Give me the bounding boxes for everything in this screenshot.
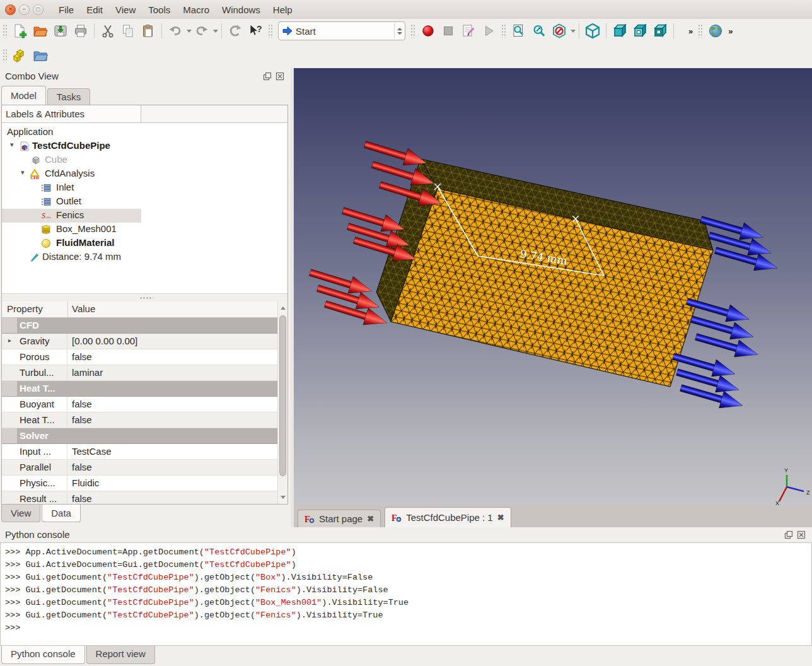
property-row-result[interactable]: Result ... false xyxy=(2,491,277,504)
menu-edit[interactable]: Edit xyxy=(80,4,109,15)
tree-item-application[interactable]: Application xyxy=(2,126,287,139)
property-row-buoyant[interactable]: Buoyant false xyxy=(2,397,277,412)
tab-start-page[interactable]: F Start page ✖ xyxy=(298,510,381,527)
tab-close-icon[interactable]: ✖ xyxy=(367,514,374,523)
property-value[interactable]: false xyxy=(72,351,92,362)
tab-python-console[interactable]: Python console xyxy=(1,646,85,664)
menu-help[interactable]: Help xyxy=(267,4,299,15)
property-row-porous[interactable]: Porous false xyxy=(2,349,277,365)
window-close-button[interactable]: × xyxy=(5,4,16,15)
menu-macro[interactable]: Macro xyxy=(177,4,216,15)
tree-item-cfdanalysis[interactable]: ▾ CFD CfdAnalysis xyxy=(2,167,287,181)
zoom-button[interactable] xyxy=(529,21,549,40)
macro-edit-button[interactable] xyxy=(458,21,478,40)
window-maximize-button[interactable]: □ xyxy=(33,4,44,15)
tab-testcfdcubepipe[interactable]: F TestCfdCubePipe : 1 ✖ xyxy=(385,507,511,527)
save-button[interactable] xyxy=(50,21,71,40)
property-value[interactable]: laminar xyxy=(72,367,103,378)
toolbar-drag-handle[interactable] xyxy=(698,24,703,38)
tab-data[interactable]: Data xyxy=(42,505,81,522)
tree-item-fenics[interactable]: S olver Fenics xyxy=(2,209,287,223)
property-value[interactable]: TestCase xyxy=(72,446,112,457)
panel-float-icon[interactable] xyxy=(263,72,272,81)
workbench-selector[interactable]: Start xyxy=(278,21,405,40)
tree-item-distance[interactable]: Distance: 9.74 mm xyxy=(2,250,287,264)
create-part-button[interactable] xyxy=(10,46,30,65)
web-browser-button[interactable] xyxy=(705,21,726,40)
right-view-button[interactable] xyxy=(650,21,670,40)
property-row-input[interactable]: Input ... TestCase xyxy=(2,444,277,460)
tab-view[interactable]: View xyxy=(1,505,40,522)
property-value[interactable]: Fluidic xyxy=(72,477,99,488)
tab-close-icon[interactable]: ✖ xyxy=(497,513,504,522)
toolbar-drag-handle[interactable] xyxy=(410,24,415,38)
toolbar-drag-handle[interactable] xyxy=(3,49,8,62)
macro-stop-button[interactable] xyxy=(438,21,458,40)
property-row-turbulence[interactable]: Turbul... laminar xyxy=(2,365,277,381)
tree-item-outlet[interactable]: Outlet xyxy=(2,195,287,209)
clipping-plane-button[interactable] xyxy=(549,21,569,40)
scrollbar-thumb[interactable] xyxy=(279,315,286,476)
toolbar-drag-handle[interactable] xyxy=(268,24,273,38)
property-value[interactable]: false xyxy=(72,493,92,504)
redo-dropdown-caret[interactable] xyxy=(213,30,218,33)
clipping-dropdown-caret[interactable] xyxy=(571,30,576,33)
copy-button[interactable] xyxy=(118,21,138,40)
tree-item-testcfdcubepipe[interactable]: ▾ TestCfdCubePipe xyxy=(2,139,287,153)
window-minimize-button[interactable]: − xyxy=(19,4,30,15)
fit-all-button[interactable] xyxy=(509,21,529,40)
scroll-up-icon[interactable] xyxy=(281,307,286,310)
cut-button[interactable] xyxy=(98,21,118,40)
toolbar-overflow-button[interactable]: » xyxy=(726,26,735,36)
property-value[interactable]: false xyxy=(72,414,92,425)
refresh-button[interactable] xyxy=(225,21,245,40)
property-row-physical[interactable]: Physic... Fluidic xyxy=(2,476,277,491)
3d-viewport[interactable]: 9.74 mm Y Z X xyxy=(294,68,812,505)
expander-icon[interactable]: ▾ xyxy=(10,141,14,149)
whats-this-button[interactable]: ? xyxy=(245,21,265,40)
menu-windows[interactable]: Windows xyxy=(216,4,267,15)
expander-icon[interactable]: ▾ xyxy=(21,168,25,177)
property-table-scrollbar[interactable] xyxy=(277,301,287,504)
tab-tasks[interactable]: Tasks xyxy=(47,88,90,105)
tab-report-view[interactable]: Report view xyxy=(86,646,155,664)
tree-item-cube[interactable]: Cube xyxy=(2,153,287,167)
tab-model[interactable]: Model xyxy=(1,86,46,105)
tree-item-fluidmaterial[interactable]: FluidMaterial xyxy=(2,237,287,250)
open-document-button[interactable] xyxy=(30,21,50,40)
column-header-value[interactable]: Value xyxy=(72,303,95,314)
menu-file[interactable]: File xyxy=(52,4,80,15)
panel-close-icon[interactable] xyxy=(797,530,806,539)
property-value[interactable]: [0.00 0.00 0.00] xyxy=(72,336,137,346)
property-value[interactable]: false xyxy=(72,462,92,472)
python-console-input[interactable]: >>> App.ActiveDocument=App.getDocument("… xyxy=(0,542,812,646)
tree-item-inlet[interactable]: Inlet xyxy=(2,181,287,195)
property-group-cfd[interactable]: CFD xyxy=(2,318,277,334)
undo-button[interactable] xyxy=(165,21,185,40)
menu-tools[interactable]: Tools xyxy=(142,4,177,15)
paste-button[interactable] xyxy=(138,21,158,40)
property-row-gravity[interactable]: ▸ Gravity [0.00 0.00 0.00] xyxy=(2,334,277,349)
panel-float-icon[interactable] xyxy=(784,530,793,539)
macro-play-button[interactable] xyxy=(478,21,499,40)
create-group-button[interactable] xyxy=(30,46,50,65)
toolbar-drag-handle[interactable] xyxy=(501,24,506,38)
scroll-down-icon[interactable] xyxy=(281,496,286,499)
new-document-button[interactable] xyxy=(10,21,30,40)
workbench-selector-spinner[interactable] xyxy=(394,23,405,38)
property-group-heat-transfer[interactable]: Heat T... xyxy=(2,381,277,397)
property-value[interactable]: false xyxy=(72,399,92,409)
print-button[interactable] xyxy=(71,21,91,40)
toolbar-drag-handle[interactable] xyxy=(3,24,8,38)
top-view-button[interactable] xyxy=(630,21,650,40)
front-view-button[interactable] xyxy=(610,21,630,40)
isometric-view-button[interactable] xyxy=(583,21,603,40)
property-group-solver[interactable]: Solver xyxy=(2,428,277,444)
tree-item-box-mesh001[interactable]: Box_Mesh001 xyxy=(2,223,287,237)
column-header-property[interactable]: Property xyxy=(7,303,43,314)
property-row-parallel[interactable]: Parallel false xyxy=(2,460,277,476)
undo-dropdown-caret[interactable] xyxy=(187,30,192,33)
property-row-heat-transfer[interactable]: Heat T... false xyxy=(2,412,277,428)
toolbar-overflow-button[interactable]: » xyxy=(686,26,695,36)
panel-close-icon[interactable] xyxy=(276,72,284,81)
